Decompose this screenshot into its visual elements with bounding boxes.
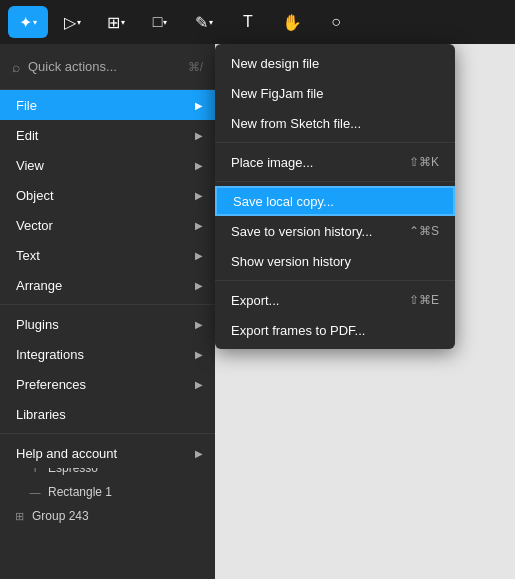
menu-item-view[interactable]: View ▶ [0,150,215,180]
menu-item-label: Integrations [16,347,195,362]
chevron-down-icon: ▾ [33,18,37,27]
shape-icon: □ [153,13,163,31]
chevron-right-icon: ▶ [195,448,203,459]
submenu-item-export[interactable]: Export... ⇧⌘E [215,285,455,315]
menu-item-preferences[interactable]: Preferences ▶ [0,369,215,399]
menu-item-label: Arrange [16,278,195,293]
toolbar: ✦ ▾ ▷ ▾ ⊞ ▾ □ ▾ ✎ ▾ T ✋ ○ [0,0,515,44]
move-icon: ▷ [64,13,76,32]
submenu-item-label: Export... [231,293,409,308]
submenu-item-label: Export frames to PDF... [231,323,439,338]
chevron-icon: ▾ [77,18,81,27]
figma-icon: ✦ [19,13,32,32]
menu-item-object[interactable]: Object ▶ [0,180,215,210]
hand-icon: ✋ [282,13,302,32]
submenu-separator [215,280,455,281]
text-icon: T [243,13,253,31]
chevron-right-icon: ▶ [195,100,203,111]
menu-item-integrations[interactable]: Integrations ▶ [0,339,215,369]
pen-icon: ✎ [195,13,208,32]
chevron-right-icon: ▶ [195,220,203,231]
menu-item-label: Plugins [16,317,195,332]
menu-item-label: Vector [16,218,195,233]
move-tool-button[interactable]: ▷ ▾ [52,6,92,38]
submenu-shortcut: ⌃⌘S [409,224,439,238]
menu-item-label: Preferences [16,377,195,392]
file-submenu: New design file New FigJam file New from… [215,44,455,349]
submenu-item-label: Show version history [231,254,439,269]
menu-separator [0,304,215,305]
chevron-right-icon: ▶ [195,190,203,201]
submenu-item-label: New design file [231,56,439,71]
menu-item-edit[interactable]: Edit ▶ [0,120,215,150]
submenu-item-place-image[interactable]: Place image... ⇧⌘K [215,147,455,177]
main-menu: ⌕ Quick actions... ⌘/ File ▶ Edit ▶ View… [0,44,215,468]
shape-tool-button[interactable]: □ ▾ [140,6,180,38]
hand-tool-button[interactable]: ✋ [272,6,312,38]
submenu-item-label: Place image... [231,155,409,170]
layer-name: Rectangle 1 [48,485,112,499]
rect-icon: — [28,486,42,498]
layer-name: Group 243 [32,509,89,523]
frame-tool-button[interactable]: ⊞ ▾ [96,6,136,38]
menu-item-help[interactable]: Help and account ▶ [0,438,215,468]
menu-item-label: Help and account [16,446,195,461]
submenu-item-label: Save local copy... [233,194,437,209]
quick-actions-bar[interactable]: ⌕ Quick actions... ⌘/ [0,44,215,90]
menu-item-text[interactable]: Text ▶ [0,240,215,270]
menu-item-plugins[interactable]: Plugins ▶ [0,309,215,339]
chevron-right-icon: ▶ [195,379,203,390]
chevron-right-icon: ▶ [195,250,203,261]
menu-item-label: Libraries [16,407,203,422]
menu-separator [0,433,215,434]
submenu-item-label: New FigJam file [231,86,439,101]
submenu-item-new-design[interactable]: New design file [215,48,455,78]
submenu-separator [215,181,455,182]
pen-tool-button[interactable]: ✎ ▾ [184,6,224,38]
menu-item-label: Text [16,248,195,263]
frame-icon: ⊞ [107,13,120,32]
menu-item-libraries[interactable]: Libraries [0,399,215,429]
submenu-shortcut: ⇧⌘E [409,293,439,307]
figma-menu-button[interactable]: ✦ ▾ [8,6,48,38]
chevron-right-icon: ▶ [195,319,203,330]
submenu-item-new-sketch[interactable]: New from Sketch file... [215,108,455,138]
menu-item-vector[interactable]: Vector ▶ [0,210,215,240]
submenu-separator [215,142,455,143]
menu-item-label: Object [16,188,195,203]
group-icon: ⊞ [12,510,26,523]
menu-item-label: Edit [16,128,195,143]
chevron-right-icon: ▶ [195,349,203,360]
chevron-right-icon: ▶ [195,130,203,141]
submenu-item-label: Save to version history... [231,224,409,239]
menu-item-file[interactable]: File ▶ [0,90,215,120]
list-item[interactable]: — Rectangle 1 [0,480,215,504]
list-item[interactable]: ⊞ Group 243 [0,504,215,528]
chevron-icon: ▾ [209,18,213,27]
menu-item-label: View [16,158,195,173]
chevron-icon: ▾ [163,18,167,27]
submenu-item-label: New from Sketch file... [231,116,439,131]
submenu-item-save-local[interactable]: Save local copy... [215,186,455,216]
menu-item-arrange[interactable]: Arrange ▶ [0,270,215,300]
quick-actions-label: Quick actions... [28,59,180,74]
chevron-right-icon: ▶ [195,160,203,171]
submenu-item-new-figjam[interactable]: New FigJam file [215,78,455,108]
menu-item-label: File [16,98,195,113]
submenu-shortcut: ⇧⌘K [409,155,439,169]
comment-icon: ○ [331,13,341,31]
search-icon: ⌕ [12,59,20,75]
chevron-right-icon: ▶ [195,280,203,291]
chevron-icon: ▾ [121,18,125,27]
submenu-item-show-version[interactable]: Show version history [215,246,455,276]
submenu-item-export-pdf[interactable]: Export frames to PDF... [215,315,455,345]
comment-tool-button[interactable]: ○ [316,6,356,38]
submenu-item-save-version[interactable]: Save to version history... ⌃⌘S [215,216,455,246]
text-tool-button[interactable]: T [228,6,268,38]
quick-actions-shortcut: ⌘/ [188,60,203,74]
